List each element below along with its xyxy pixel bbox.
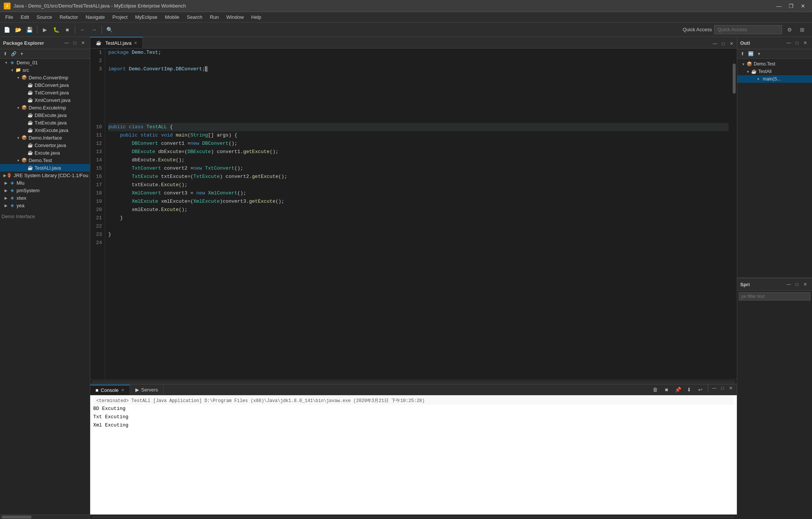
tree-item-demotest[interactable]: ▾ 📦 Demo.Test [0, 156, 90, 164]
editor-tab-testall[interactable]: ☕ TestALl.java ✕ [90, 37, 143, 48]
outline-panel-close[interactable]: ✕ [801, 39, 809, 47]
console-panel-close[interactable]: ✕ [727, 384, 735, 392]
console-wordwrap-btn[interactable]: ↩ [695, 384, 706, 395]
code-content[interactable]: package Demo.Test; import Demo.ConvertIm… [105, 49, 732, 379]
java-icon-txtexcute: ☕ [27, 120, 33, 126]
editor-panel-max[interactable]: □ [720, 40, 727, 47]
menu-item-run[interactable]: Run [206, 13, 223, 21]
console-pin-btn[interactable]: 📌 [673, 384, 683, 395]
tab-close-btn[interactable]: ✕ [134, 41, 137, 46]
menu-item-navigate[interactable]: Navigate [82, 13, 109, 21]
tree-item-src[interactable]: ▾ 📁 src [0, 66, 90, 74]
demo01-label: Demo_01 [17, 60, 38, 65]
toolbar-back[interactable]: ← [77, 24, 88, 35]
outline-item-main[interactable]: ▾ ⚬ main(S... [737, 75, 812, 83]
tree-item-jre[interactable]: ▶ 🏺 JRE System Library [CDC-1.1/Fou [0, 171, 90, 179]
toolbar-open[interactable]: 📂 [13, 24, 23, 35]
outline-item-testall-cls[interactable]: ▾ ☕ TestAll [737, 68, 812, 75]
console-tab-close[interactable]: ✕ [121, 388, 124, 393]
collapse-all-btn[interactable]: ⬆ [2, 50, 9, 58]
spring-panel-max[interactable]: □ [793, 281, 801, 288]
toolbar-debug[interactable]: 🐛 [51, 24, 61, 35]
toolbar-run[interactable]: ▶ [39, 24, 50, 35]
toolbar-layout[interactable]: ⊞ [797, 24, 807, 35]
console-scroll-btn[interactable]: ⬇ [684, 384, 694, 395]
tree-item-interface[interactable]: ▾ 📦 Demo.Interface [0, 134, 90, 141]
toolbar-new[interactable]: 📄 [2, 24, 12, 35]
outline-item-demotest[interactable]: ▾ 📦 Demo.Test [737, 60, 812, 68]
tree-item-convertor[interactable]: ▾ ☕ Convertor.java [0, 141, 90, 149]
editor-vscrollbar[interactable] [732, 49, 737, 379]
tree-item-txtexcute[interactable]: ▾ ☕ TxtExcute.java [0, 119, 90, 126]
toolbar-search[interactable]: 🔍 [104, 24, 115, 35]
menu-item-help[interactable]: Help [247, 13, 265, 21]
tree-item-yea[interactable]: ▶ ◈ yea [0, 202, 90, 209]
menu-item-search[interactable]: Search [183, 13, 206, 21]
outline-panel-min[interactable]: — [785, 39, 792, 47]
tree-item-xtwx[interactable]: ▶ ◈ xtwx [0, 194, 90, 202]
console-content[interactable]: <terminated> TestALl [Java Application] … [90, 395, 737, 514]
spacer6: ▾ [21, 142, 27, 148]
java-icon-xmlexcute: ☕ [27, 127, 33, 133]
tree-item-convertimp[interactable]: ▾ 📦 Demo.ConvertImp [0, 74, 90, 81]
console-tab-servers[interactable]: ▶ Servers [130, 385, 164, 395]
tree-item-excuteimp[interactable]: ▾ 📦 Demo.ExcuteImp [0, 104, 90, 111]
panel-collapse-btn[interactable]: — [63, 39, 70, 47]
console-tab-console[interactable]: ■ Console ✕ [90, 385, 130, 395]
menu-item-refactor[interactable]: Refactor [56, 13, 82, 21]
tree-item-demo01[interactable]: ▾ ◈ Demo_01 [0, 59, 90, 66]
tree-item-pmsystem[interactable]: ▶ ◈ pmSystem [0, 187, 90, 194]
outline-view-btn[interactable]: ▾ [755, 50, 763, 58]
console-panel-min[interactable]: — [710, 384, 718, 392]
close-button[interactable]: ✕ [798, 2, 808, 10]
testall-label: TestALl.java [35, 165, 61, 171]
menu-item-file[interactable]: File [2, 13, 17, 21]
folder-icon: 📁 [15, 67, 21, 73]
toolbar-sep-3 [102, 26, 102, 34]
minimize-button[interactable]: — [774, 2, 784, 10]
toolbar-options[interactable]: ⚙ [784, 24, 795, 35]
outline-sort-btn[interactable]: 🔤 [747, 50, 754, 58]
menu-item-window[interactable]: Window [223, 13, 247, 21]
spring-panel-min[interactable]: — [785, 281, 792, 288]
menu-item-mobile[interactable]: Mobile [161, 13, 183, 21]
code-line-23: } [108, 231, 729, 239]
package-icon-interface: 📦 [21, 135, 27, 141]
tree-item-testall[interactable]: ▾ ☕ TestALl.java [0, 164, 90, 171]
view-menu-btn[interactable]: ▾ [18, 50, 26, 58]
tree-item-xmlconvert[interactable]: ▾ ☕ XmlConvert.java [0, 96, 90, 104]
editor-panel-min[interactable]: — [711, 40, 719, 47]
menu-item-project[interactable]: Project [109, 13, 131, 21]
tree-hscrollbar[interactable] [0, 514, 90, 519]
maximize-button[interactable]: ❐ [786, 2, 796, 10]
tree-item-dbexcute[interactable]: ▾ ☕ DBExcute.java [0, 111, 90, 119]
menu-item-edit[interactable]: Edit [17, 13, 33, 21]
link-editor-btn[interactable]: 🔗 [10, 50, 17, 58]
tab-java-icon: ☕ [95, 40, 102, 46]
menu-item-myeclipse[interactable]: MyEclipse [131, 13, 161, 21]
panel-header-buttons: — □ ✕ [63, 39, 87, 47]
outline-panel-max[interactable]: □ [793, 39, 801, 47]
toolbar-save[interactable]: 💾 [24, 24, 35, 35]
menu-item-source[interactable]: Source [33, 13, 56, 21]
editor-hscrollbar[interactable] [90, 379, 737, 384]
console-clear-btn[interactable]: 🗑 [650, 384, 661, 395]
outline-collapse-btn[interactable]: ⬆ [739, 50, 746, 58]
tree-item-excute[interactable]: ▾ ☕ Excute.java [0, 149, 90, 156]
panel-close-btn[interactable]: ✕ [79, 39, 87, 47]
toolbar-forward[interactable]: → [89, 24, 99, 35]
quick-access-input[interactable] [714, 25, 782, 34]
tree-item-txtconvert[interactable]: ▾ ☕ TxtConvert.java [0, 89, 90, 96]
editor-panel-close[interactable]: ✕ [728, 40, 735, 47]
panel-max-btn[interactable]: □ [71, 39, 79, 47]
spring-panel-close[interactable]: ✕ [801, 281, 809, 288]
console-stop-btn[interactable]: ■ [661, 384, 672, 395]
tree-item-xmlexcute[interactable]: ▾ ☕ XmlExcute.java [0, 126, 90, 134]
outline-main-label: main(S... [763, 76, 781, 82]
tree-item-mlu[interactable]: ▶ ◈ Mlu [0, 179, 90, 187]
console-panel-max[interactable]: □ [719, 384, 726, 392]
toolbar-stop[interactable]: ■ [62, 24, 73, 35]
console-hscrollbar[interactable] [90, 514, 737, 519]
tree-item-dbconvert[interactable]: ▾ ☕ DBConvert.java [0, 81, 90, 89]
spring-filter-input[interactable] [739, 292, 810, 300]
